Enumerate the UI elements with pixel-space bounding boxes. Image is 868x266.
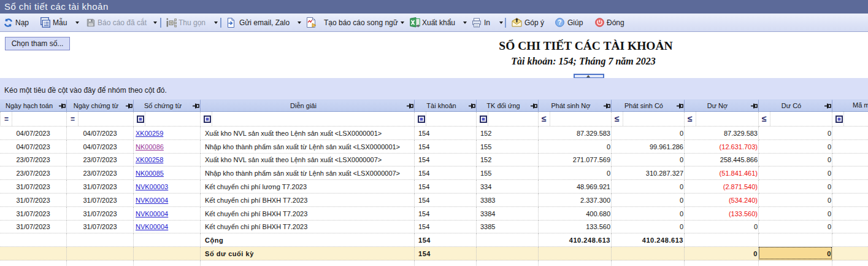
svg-text:?: ? (558, 19, 561, 26)
